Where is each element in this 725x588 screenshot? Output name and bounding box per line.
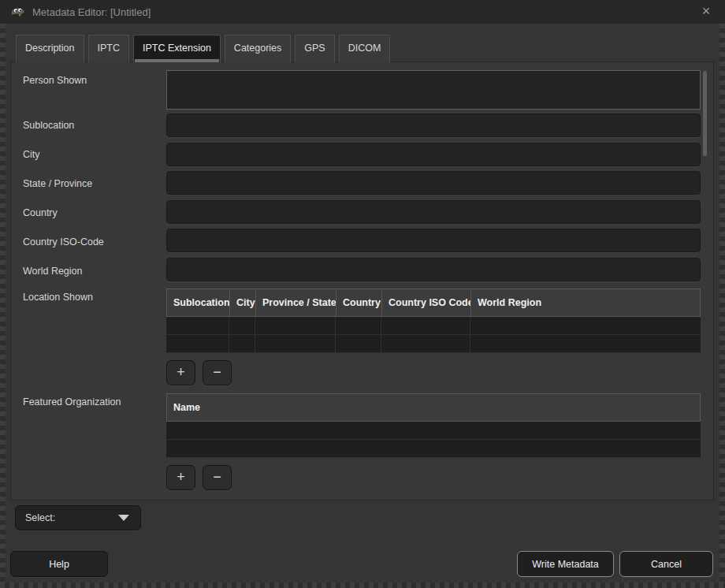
table-cell: [166, 422, 701, 439]
tab-bar: Description IPTC IPTC Extension Categori…: [16, 35, 394, 62]
table-cell: [229, 335, 255, 352]
featured-organization-table-header: Name: [166, 393, 701, 422]
featured-organization-add-button[interactable]: +: [166, 465, 195, 490]
chevron-down-icon: [118, 515, 129, 521]
column-header-province-state[interactable]: Province / State: [256, 289, 336, 316]
location-shown-add-button[interactable]: +: [166, 360, 195, 385]
table-cell: [336, 335, 381, 352]
location-shown-remove-button[interactable]: −: [203, 360, 232, 385]
state-province-label: State / Province: [23, 178, 92, 189]
location-shown-table-header: Sublocation City Province / State Countr…: [166, 288, 701, 317]
table-row[interactable]: [166, 317, 701, 335]
location-shown-label: Location Shown: [23, 292, 93, 303]
tab-iptc-extension[interactable]: IPTC Extension: [133, 35, 221, 62]
table-cell: [470, 317, 701, 334]
vertical-scrollbar[interactable]: [703, 71, 707, 156]
table-cell: [381, 335, 470, 352]
country-input[interactable]: [166, 200, 701, 224]
table-cell: [166, 317, 229, 334]
city-label: City: [23, 149, 40, 160]
person-shown-label: Person Shown: [23, 75, 87, 86]
country-label: Country: [23, 207, 58, 218]
table-row[interactable]: [166, 422, 701, 440]
table-cell: [336, 317, 381, 334]
world-region-input[interactable]: [166, 258, 701, 281]
table-cell: [381, 317, 470, 334]
world-region-label: World Region: [23, 266, 83, 277]
table-cell: [229, 317, 255, 334]
table-cell: [255, 335, 336, 352]
write-metadata-button[interactable]: Write Metadata: [517, 551, 614, 577]
table-cell: [166, 440, 701, 457]
window-edge-bottom: [0, 582, 725, 588]
select-dropdown-label: Select:: [25, 512, 118, 523]
table-cell: [166, 335, 229, 352]
column-header-country-iso-code[interactable]: Country ISO Code: [382, 289, 471, 316]
help-button[interactable]: Help: [10, 551, 108, 577]
table-cell: [255, 317, 336, 334]
person-shown-textarea[interactable]: [166, 70, 701, 110]
column-header-sublocation[interactable]: Sublocation: [167, 289, 230, 316]
column-header-city[interactable]: City: [230, 289, 256, 316]
window-edge-right: [719, 24, 725, 588]
window-title: Metadata Editor: [Untitled]: [32, 6, 151, 18]
sublocation-input[interactable]: [166, 114, 701, 137]
table-row[interactable]: [166, 335, 701, 353]
country-iso-code-label: Country ISO-Code: [23, 236, 104, 247]
table-row[interactable]: [166, 440, 701, 458]
select-dropdown[interactable]: Select:: [15, 505, 141, 530]
state-province-input[interactable]: [166, 171, 701, 195]
tab-description[interactable]: Description: [16, 35, 84, 62]
tab-categories[interactable]: Categories: [225, 35, 291, 62]
column-header-world-region[interactable]: World Region: [471, 289, 700, 316]
gimp-wilber-icon: [9, 6, 26, 18]
tab-dicom[interactable]: DICOM: [339, 35, 391, 62]
tab-iptc[interactable]: IPTC: [88, 35, 129, 62]
tab-gps[interactable]: GPS: [295, 35, 334, 62]
country-iso-code-input[interactable]: [166, 229, 701, 252]
close-icon[interactable]: ×: [697, 2, 715, 20]
city-input[interactable]: [166, 143, 701, 166]
column-header-name[interactable]: Name: [167, 394, 700, 421]
titlebar: Metadata Editor: [Untitled] ×: [0, 0, 725, 24]
window-edge-left: [0, 24, 6, 588]
location-shown-table: Sublocation City Province / State Countr…: [166, 288, 701, 353]
cancel-button[interactable]: Cancel: [619, 551, 713, 577]
featured-organization-remove-button[interactable]: −: [203, 465, 232, 490]
featured-organization-table: Name: [166, 393, 701, 458]
sublocation-label: Sublocation: [23, 120, 74, 131]
metadata-editor-dialog: Metadata Editor: [Untitled] × Descriptio…: [0, 0, 725, 588]
featured-organization-label: Featured Organization: [23, 396, 121, 408]
column-header-country[interactable]: Country: [336, 289, 382, 316]
table-cell: [470, 335, 701, 352]
